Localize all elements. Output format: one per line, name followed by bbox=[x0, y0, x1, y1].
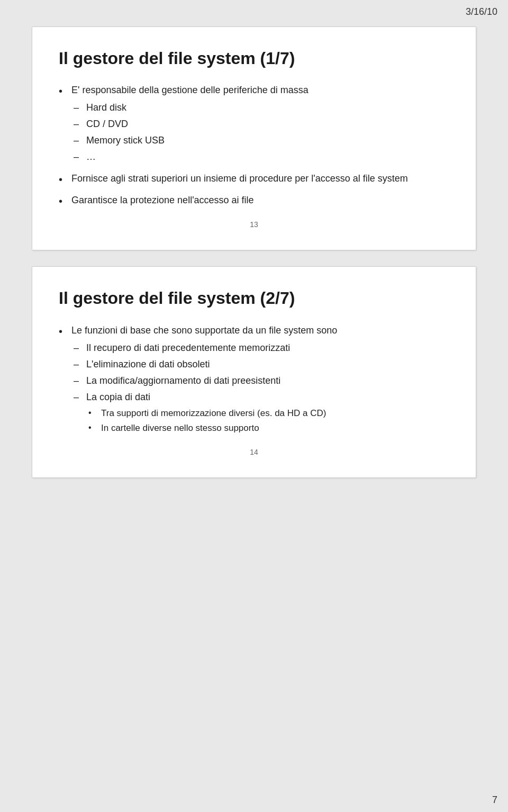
page-number-top: 3/16/10 bbox=[466, 6, 497, 17]
slide-2-sub-list: Il recupero di dati precedentemente memo… bbox=[71, 341, 449, 435]
slide-1-bullet-list: E' responsabile della gestione delle per… bbox=[59, 83, 449, 207]
slide-1: Il gestore del file system (1/7) E' resp… bbox=[32, 26, 476, 250]
slide-1-bullet-1: E' responsabile della gestione delle per… bbox=[59, 83, 449, 164]
page-number-bottom: 7 bbox=[492, 795, 497, 806]
slide-2-sub-sub-item-2: In cartelle diverse nello stesso support… bbox=[86, 421, 449, 435]
slide-2-number: 14 bbox=[59, 448, 449, 456]
slide-2-sub-sub-list: Tra supporti di memorizzazione diversi (… bbox=[86, 407, 449, 435]
slide-1-sub-item-2: CD / DVD bbox=[71, 117, 449, 131]
slide-1-sub-list-1: Hard disk CD / DVD Memory stick USB … bbox=[71, 101, 449, 164]
slide-1-number: 13 bbox=[59, 220, 449, 229]
slide-2: Il gestore del file system (2/7) Le funz… bbox=[32, 266, 476, 477]
slide-1-title: Il gestore del file system (1/7) bbox=[59, 48, 449, 68]
slide-1-bullet-2: Fornisce agli strati superiori un insiem… bbox=[59, 172, 449, 186]
slide-1-bullet-3: Garantisce la protezione nell'accesso ai… bbox=[59, 193, 449, 207]
slide-1-sub-item-4: … bbox=[71, 150, 449, 164]
slide-1-sub-item-1: Hard disk bbox=[71, 101, 449, 115]
slide-2-sub-item-1: Il recupero di dati precedentemente memo… bbox=[71, 341, 449, 355]
slide-2-bullet-list: Le funzioni di base che sono supportate … bbox=[59, 323, 449, 435]
slide-2-sub-item-2: L'eliminazione di dati obsoleti bbox=[71, 357, 449, 372]
slide-2-sub-item-3: La modifica/aggiornamento di dati preesi… bbox=[71, 374, 449, 388]
slide-2-bullet-1: Le funzioni di base che sono supportate … bbox=[59, 323, 449, 435]
slide-2-content: Le funzioni di base che sono supportate … bbox=[59, 323, 449, 435]
slide-2-sub-item-4: La copia di dati Tra supporti di memoriz… bbox=[71, 390, 449, 435]
slide-1-content: E' responsabile della gestione delle per… bbox=[59, 83, 449, 207]
slide-2-title: Il gestore del file system (2/7) bbox=[59, 288, 449, 308]
slide-2-sub-sub-item-1: Tra supporti di memorizzazione diversi (… bbox=[86, 407, 449, 420]
slide-1-sub-item-3: Memory stick USB bbox=[71, 133, 449, 148]
